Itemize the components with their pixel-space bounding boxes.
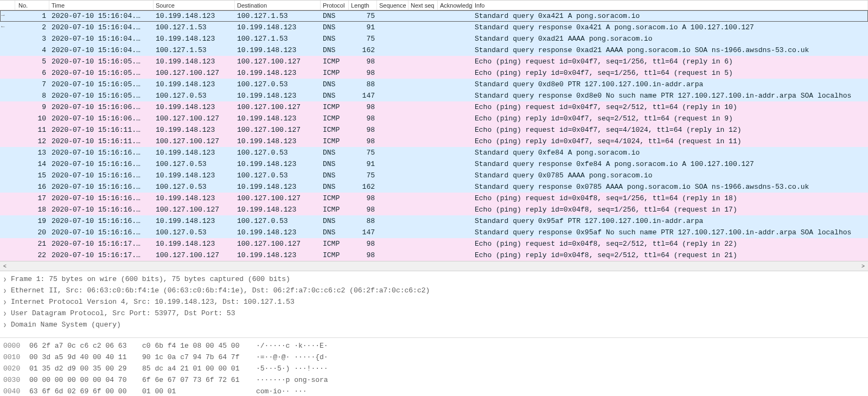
cell-destination: 100.127.1.53	[235, 10, 321, 22]
packet-row[interactable]: 92020-07-10 15:16:06.…10.199.148.123100.…	[0, 101, 868, 113]
cell-no: 11	[15, 124, 49, 136]
packet-row[interactable]: 152020-07-10 15:16:16.…10.199.148.123100…	[0, 170, 868, 181]
packet-row[interactable]: 12020-07-10 15:16:04.…10.199.148.123100.…	[0, 10, 868, 22]
cell-destination: 100.127.0.53	[235, 170, 321, 181]
hex-offset: 0010	[3, 353, 29, 361]
detail-tree-item[interactable]: ❯Ethernet II, Src: 06:63:c0:6b:f4:1e (06…	[3, 285, 865, 296]
cell-length: 162	[349, 181, 377, 193]
hex-row[interactable]: 000006 2f a7 0c c6 c2 06 63c0 6b f4 1e 0…	[3, 340, 865, 352]
packet-row[interactable]: 142020-07-10 15:16:16.…100.127.0.5310.19…	[0, 158, 868, 170]
cell-time: 2020-07-10 15:16:04.…	[49, 44, 154, 56]
detail-tree-item[interactable]: ❯Internet Protocol Version 4, Src: 10.19…	[3, 296, 865, 308]
cell-info: Standard query 0x95af PTR 127.100.127.10…	[473, 215, 868, 227]
cell-protocol: ICMP	[321, 204, 349, 215]
cell-length: 98	[349, 67, 377, 79]
cell-ack	[438, 193, 473, 204]
cell-length: 75	[349, 33, 377, 44]
row-gutter	[0, 90, 15, 101]
cell-source: 100.127.100.127	[154, 136, 235, 147]
header-nextseq[interactable]: Next seq	[409, 1, 438, 10]
hex-row[interactable]: 004063 6f 6d 02 69 6f 00 0001 00 01com·i…	[3, 386, 865, 396]
cell-length: 98	[349, 124, 377, 136]
scroll-right-icon[interactable]: >	[859, 263, 867, 269]
packet-row[interactable]: 102020-07-10 15:16:06.…100.127.100.12710…	[0, 113, 868, 124]
hex-bytes: 00 00 00 00 00 00 04 70	[29, 376, 142, 384]
cell-sequence	[377, 250, 409, 261]
cell-no: 3	[15, 33, 49, 44]
cell-nextseq	[409, 22, 438, 33]
cell-no: 19	[15, 215, 49, 227]
cell-ack	[438, 44, 473, 56]
packet-row[interactable]: 52020-07-10 15:16:05.…10.199.148.123100.…	[0, 56, 868, 67]
header-sequence[interactable]: Sequence	[377, 1, 409, 10]
packet-row[interactable]: 82020-07-10 15:16:05.…100.127.0.5310.199…	[0, 90, 868, 101]
packet-row[interactable]: 72020-07-10 15:16:05.…10.199.148.123100.…	[0, 79, 868, 90]
packet-row[interactable]: 32020-07-10 15:16:04.…10.199.148.123100.…	[0, 33, 868, 44]
header-length[interactable]: Length	[349, 1, 377, 10]
cell-ack	[438, 56, 473, 67]
cell-length: 98	[349, 238, 377, 250]
packet-row[interactable]: 162020-07-10 15:16:16.…100.127.0.5310.19…	[0, 181, 868, 193]
packet-row[interactable]: 112020-07-10 15:16:11.…10.199.148.123100…	[0, 124, 868, 136]
packet-row[interactable]: 202020-07-10 15:16:16.…100.127.0.5310.19…	[0, 227, 868, 238]
cell-protocol: ICMP	[321, 238, 349, 250]
packet-row[interactable]: 172020-07-10 15:16:16.…10.199.148.123100…	[0, 193, 868, 204]
cell-length: 88	[349, 215, 377, 227]
header-source[interactable]: Source	[154, 1, 235, 10]
cell-nextseq	[409, 67, 438, 79]
hex-bytes: 6f 6e 67 07 73 6f 72 61	[142, 376, 256, 384]
cell-nextseq	[409, 79, 438, 90]
packet-row[interactable]: 42020-07-10 15:16:04.…100.127.1.5310.199…	[0, 44, 868, 56]
packet-row[interactable]: 22020-07-10 15:16:04.…100.127.1.5310.199…	[0, 22, 868, 33]
cell-protocol: ICMP	[321, 113, 349, 124]
hex-row[interactable]: 001000 3d a5 9d 40 00 40 1190 1c 0a c7 9…	[3, 352, 865, 363]
cell-length: 98	[349, 250, 377, 261]
header-info[interactable]: Info	[473, 1, 868, 10]
packet-row[interactable]: 192020-07-10 15:16:16.…10.199.148.123100…	[0, 215, 868, 227]
packet-row[interactable]: 222020-07-10 15:16:17.…100.127.100.12710…	[0, 250, 868, 261]
cell-ack	[438, 101, 473, 113]
packet-list-header[interactable]: No. Time Source Destination Protocol Len…	[0, 0, 868, 10]
packet-list[interactable]: → ← 12020-07-10 15:16:04.…10.199.148.123…	[0, 10, 868, 261]
scroll-left-icon[interactable]: <	[1, 263, 9, 269]
cell-destination: 100.127.0.53	[235, 79, 321, 90]
cell-info: Echo (ping) request id=0x04f8, seq=1/256…	[473, 193, 868, 204]
hex-row[interactable]: 003000 00 00 00 00 00 04 706f 6e 67 07 7…	[3, 374, 865, 386]
cell-sequence	[377, 170, 409, 181]
detail-tree-item[interactable]: ❯Domain Name System (query)	[3, 319, 865, 330]
packet-row[interactable]: 132020-07-10 15:16:16.…10.199.148.123100…	[0, 147, 868, 158]
packet-details-tree[interactable]: ❯Frame 1: 75 bytes on wire (600 bits), 7…	[0, 271, 868, 338]
cell-info: Standard query response 0xa421 A pong.so…	[473, 22, 868, 33]
cell-sequence	[377, 113, 409, 124]
cell-nextseq	[409, 170, 438, 181]
cell-time: 2020-07-10 15:16:16.…	[49, 227, 154, 238]
cell-length: 98	[349, 56, 377, 67]
header-ack[interactable]: Acknowledg	[438, 1, 473, 10]
cell-no: 13	[15, 147, 49, 158]
header-destination[interactable]: Destination	[235, 1, 321, 10]
cell-destination: 10.199.148.123	[235, 67, 321, 79]
cell-destination: 10.199.148.123	[235, 227, 321, 238]
cell-sequence	[377, 158, 409, 170]
hex-row[interactable]: 002001 35 d2 d9 00 35 00 2985 dc a4 21 0…	[3, 363, 865, 374]
header-protocol[interactable]: Protocol	[321, 1, 349, 10]
packet-list-hscrollbar[interactable]: < >	[0, 261, 868, 271]
cell-length: 75	[349, 147, 377, 158]
header-time[interactable]: Time	[49, 1, 154, 10]
detail-tree-item[interactable]: ❯User Datagram Protocol, Src Port: 53977…	[3, 308, 865, 319]
packet-row[interactable]: 212020-07-10 15:16:17.…10.199.148.123100…	[0, 238, 868, 250]
cell-nextseq	[409, 238, 438, 250]
cell-protocol: DNS	[321, 79, 349, 90]
cell-ack	[438, 33, 473, 44]
cell-sequence	[377, 204, 409, 215]
cell-no: 1	[15, 10, 49, 22]
cell-length: 75	[349, 170, 377, 181]
packet-bytes-hex[interactable]: 000006 2f a7 0c c6 c2 06 63c0 6b f4 1e 0…	[0, 338, 868, 396]
detail-tree-item[interactable]: ❯Frame 1: 75 bytes on wire (600 bits), 7…	[3, 273, 865, 285]
packet-row[interactable]: 182020-07-10 15:16:16.…100.127.100.12710…	[0, 204, 868, 215]
header-no[interactable]: No.	[15, 1, 49, 10]
cell-protocol: DNS	[321, 22, 349, 33]
packet-row[interactable]: 62020-07-10 15:16:05.…100.127.100.12710.…	[0, 67, 868, 79]
packet-row[interactable]: 122020-07-10 15:16:11.…100.127.100.12710…	[0, 136, 868, 147]
cell-ack	[438, 22, 473, 33]
